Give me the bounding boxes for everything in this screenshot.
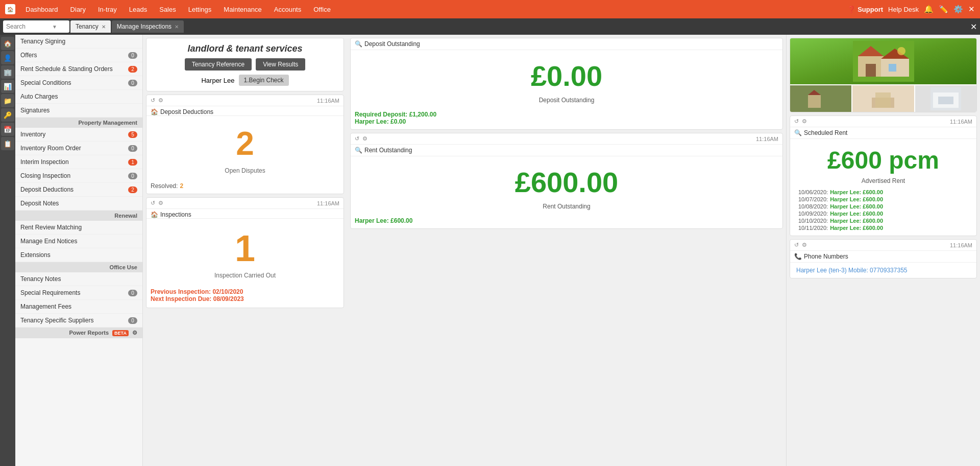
nav-leads[interactable]: Leads xyxy=(124,4,152,15)
scheduled-rent-widget: ↺ ⚙ 11:16AM 🔍 Scheduled Rent £600 pcm Ad… xyxy=(790,115,977,236)
tenancy-suppliers-badge: 0 xyxy=(128,317,137,324)
tab-tenancy-close[interactable]: ✕ xyxy=(102,24,106,30)
phone-number[interactable]: 07709337355 xyxy=(870,267,907,274)
nav-item-manage-end-notices[interactable]: Manage End Notices xyxy=(15,235,142,248)
deposit-outstanding-header: 🔍 Deposit Outstanding xyxy=(351,38,782,50)
nav-diary[interactable]: Diary xyxy=(65,4,91,15)
nav-item-extensions[interactable]: Extensions xyxy=(15,248,142,262)
inspections-refresh-icon[interactable]: ↺ xyxy=(151,200,155,206)
inspections-title: 🏠 Inspections xyxy=(151,211,339,218)
advertised-rent-label: Advertised Rent xyxy=(798,177,968,184)
special-conditions-badge: 0 xyxy=(128,80,137,86)
view-results-button[interactable]: View Results xyxy=(256,58,305,71)
nav-item-auto-charges[interactable]: Auto Charges xyxy=(15,90,142,104)
interim-inspection-badge: 1 xyxy=(128,159,137,166)
sidebar-icon-folder[interactable]: 📁 xyxy=(1,94,14,107)
svg-rect-6 xyxy=(889,64,896,72)
phone-body: Harper Lee (ten-3) Mobile: 07709337355 xyxy=(790,263,976,278)
nav-item-inventory-room-order[interactable]: Inventory Room Order 0 xyxy=(15,142,142,155)
nav-item-deposit-notes[interactable]: Deposit Notes xyxy=(15,197,142,211)
phone-gear-icon[interactable]: ⚙ xyxy=(802,242,807,248)
phone-refresh-icon[interactable]: ↺ xyxy=(794,242,799,248)
rent-date-5: 10/11/2020: xyxy=(798,225,828,231)
nav-lettings[interactable]: Lettings xyxy=(183,4,217,15)
power-reports-gear-icon[interactable]: ⚙ xyxy=(132,330,137,336)
tab-manage-inspections-close[interactable]: ✕ xyxy=(175,24,179,30)
nav-item-management-fees[interactable]: Management Fees xyxy=(15,300,142,314)
nav-office[interactable]: Office xyxy=(308,4,336,15)
nav-item-special-requirements[interactable]: Special Requirements 0 xyxy=(15,286,142,300)
management-fees-label: Management Fees xyxy=(20,303,71,310)
search-box[interactable]: ▼ xyxy=(3,20,69,33)
sr-refresh-icon[interactable]: ↺ xyxy=(794,118,799,125)
nav-item-signatures[interactable]: Signatures xyxy=(15,104,142,118)
prev-inspection-label: Previous Inspection: xyxy=(151,288,211,295)
inspections-body: 1 Inspection Carried Out xyxy=(146,219,344,285)
rent-outstanding-search-icon[interactable]: 🔍 xyxy=(355,147,362,154)
nav-item-rent-review[interactable]: Rent Review Matching xyxy=(15,221,142,235)
search-dropdown-icon[interactable]: ▼ xyxy=(52,24,57,30)
nav-sales[interactable]: Sales xyxy=(154,4,181,15)
deposit-outstanding-search-icon[interactable]: 🔍 xyxy=(355,40,362,48)
close-icon[interactable]: ✕ xyxy=(968,5,975,14)
section-power-reports: Power Reports BETA ⚙ xyxy=(15,328,142,338)
begin-check-button[interactable]: 1.Begin Check xyxy=(239,75,289,86)
sr-search-icon[interactable]: 🔍 xyxy=(794,129,802,136)
sr-header-left: ↺ ⚙ xyxy=(794,118,807,125)
sidebar-icon-home[interactable]: 🏠 xyxy=(1,37,14,50)
rent-outstanding-header-left: ↺ ⚙ xyxy=(355,135,368,142)
nav-item-tenancy-signing[interactable]: Tenancy Signing xyxy=(15,35,142,49)
deposit-deductions-label: Deposit Deductions xyxy=(160,108,213,115)
inspections-title-row: 🏠 Inspections xyxy=(146,209,344,219)
nav-item-tenancy-notes[interactable]: Tenancy Notes xyxy=(15,272,142,286)
rent-history-row-3: 10/09/2020: Harper Lee: £600.00 xyxy=(798,210,968,217)
support-link[interactable]: ❓ Support xyxy=(847,6,883,13)
nav-item-tenancy-suppliers[interactable]: Tenancy Specific Suppliers 0 xyxy=(15,314,142,328)
sidebar-icon-building[interactable]: 🏢 xyxy=(1,65,14,79)
sidebar-icon-clipboard[interactable]: 📋 xyxy=(1,137,14,150)
tab-manage-inspections[interactable]: Manage Inspections ✕ xyxy=(112,20,184,33)
close-all-tabs[interactable]: ✕ xyxy=(970,22,977,32)
svg-point-7 xyxy=(897,47,905,55)
sr-gear-icon[interactable]: ⚙ xyxy=(802,118,807,125)
settings-icon[interactable]: ⚙️ xyxy=(953,5,963,14)
edit-icon[interactable]: ✏️ xyxy=(939,5,948,14)
phone-header-left: ↺ ⚙ xyxy=(794,242,807,248)
tab-tenancy[interactable]: Tenancy ✕ xyxy=(70,20,111,33)
deposit-deductions-gear-icon[interactable]: ⚙ xyxy=(158,97,163,104)
app-logo[interactable]: 🏠 xyxy=(5,4,15,14)
nav-item-rent-schedule[interactable]: Rent Schedule & Standing Orders 2 xyxy=(15,62,142,76)
offers-badge: 0 xyxy=(128,52,137,59)
nav-item-closing-inspection[interactable]: Closing Inspection 0 xyxy=(15,169,142,183)
bell-icon[interactable]: 🔔 xyxy=(924,5,934,14)
rent-entry-4: Harper Lee: £600.00 xyxy=(830,218,883,224)
nav-intray[interactable]: In-tray xyxy=(93,4,122,15)
nav-item-deposit-deductions[interactable]: Deposit Deductions 2 xyxy=(15,183,142,197)
nav-item-inventory[interactable]: Inventory 5 xyxy=(15,128,142,142)
section-property-management: Property Management xyxy=(15,118,142,128)
inspections-gear-icon[interactable]: ⚙ xyxy=(158,200,163,206)
sr-title: 🔍 Scheduled Rent xyxy=(794,129,972,136)
sidebar-icon-chart[interactable]: 📊 xyxy=(1,80,14,93)
tenancy-reference-button[interactable]: Tenancy Reference xyxy=(185,58,252,71)
nav-maintenance[interactable]: Maintenance xyxy=(218,4,266,15)
deposit-deductions-refresh-icon[interactable]: ↺ xyxy=(151,97,155,104)
sidebar-icon-calendar[interactable]: 📅 xyxy=(1,123,14,136)
nav-item-special-conditions[interactable]: Special Conditions 0 xyxy=(15,76,142,90)
nav-item-offers[interactable]: Offers 0 xyxy=(15,49,142,62)
left-nav: Tenancy Signing Offers 0 Rent Schedule &… xyxy=(15,35,143,466)
required-deposit-value: £1,200.00 xyxy=(409,111,436,118)
rent-outstanding-gear-icon[interactable]: ⚙ xyxy=(362,135,368,142)
rent-entry-2: Harper Lee: £600.00 xyxy=(830,203,883,209)
helpdesk-link[interactable]: Help Desk xyxy=(888,6,919,13)
nav-accounts[interactable]: Accounts xyxy=(269,4,306,15)
nav-item-interim-inspection[interactable]: Interim Inspection 1 xyxy=(15,155,142,169)
rent-outstanding-refresh-icon[interactable]: ↺ xyxy=(355,135,359,142)
rent-entry-0: Harper Lee: £600.00 xyxy=(830,189,883,195)
sidebar-icon-person[interactable]: 👤 xyxy=(1,51,14,64)
top-nav: 🏠 Dashboard Diary In-tray Leads Sales Le… xyxy=(0,0,980,18)
sidebar-icon-key[interactable]: 🔑 xyxy=(1,108,14,122)
search-input[interactable] xyxy=(6,23,52,30)
rent-outstanding-label: Rent Outstanding xyxy=(364,147,412,154)
nav-dashboard[interactable]: Dashboard xyxy=(20,4,63,15)
